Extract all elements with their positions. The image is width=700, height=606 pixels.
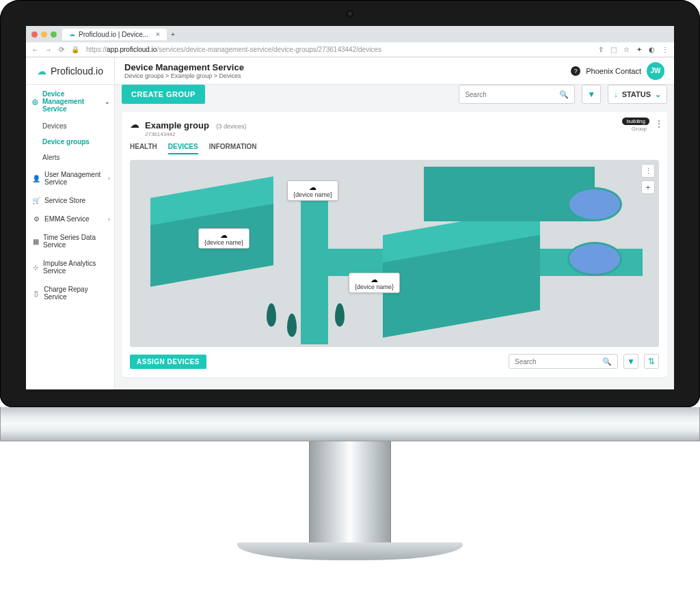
group-device-count: (3 devices) bbox=[216, 123, 246, 130]
sidebar-item-label: Impulse Analytics Service bbox=[43, 260, 108, 275]
share-icon[interactable]: ⇧ bbox=[598, 46, 604, 53]
sidebar-item-charge[interactable]: ▯ Charge Repay Service bbox=[26, 280, 114, 306]
sidebar-item-label: Charge Repay Service bbox=[44, 286, 108, 301]
browser-tabs: ☁ Proficloud.io | Device... × + bbox=[26, 26, 674, 42]
cloud-icon: ☁ bbox=[130, 119, 139, 130]
sidebar: ◎ Device Management Service ⌄ Devices De… bbox=[26, 57, 115, 389]
group-card: ☁ Example group (3 devices) 2736143442 b… bbox=[122, 112, 667, 377]
sort-down-icon: ↓ bbox=[614, 90, 618, 98]
window-controls[interactable] bbox=[31, 31, 57, 38]
map-controls: ⋮ + bbox=[641, 164, 655, 194]
device-tag[interactable]: ☁ {device name} bbox=[198, 228, 250, 249]
sidebar-item-user-mgmt[interactable]: 👤 User Management Service › bbox=[26, 165, 114, 191]
new-tab-button[interactable]: + bbox=[171, 31, 175, 38]
create-group-button[interactable]: CREATE GROUP bbox=[122, 85, 205, 104]
sidebar-item-emma[interactable]: ⚙ EMMA Service › bbox=[26, 210, 114, 228]
sidebar-item-label: EMMA Service bbox=[44, 215, 90, 223]
map-menu-button[interactable]: ⋮ bbox=[641, 164, 655, 178]
chevron-down-icon: ⌄ bbox=[105, 98, 110, 105]
cloud-icon: ☁ bbox=[355, 276, 394, 284]
status-sort-button[interactable]: ↓ STATUS ⌄ bbox=[608, 85, 667, 104]
cloud-icon: ☁ bbox=[293, 184, 332, 191]
filter-button[interactable]: ▼ bbox=[582, 85, 601, 104]
install-icon[interactable]: ⬚ bbox=[610, 46, 617, 53]
search-icon[interactable]: 🔍 bbox=[602, 357, 612, 366]
group-type-label: Group bbox=[632, 126, 647, 132]
cloud-icon: ☁ bbox=[69, 31, 75, 38]
device-tag[interactable]: ☁ {device name} bbox=[349, 273, 400, 293]
device-label: {device name} bbox=[355, 284, 394, 290]
device-tag[interactable]: ☁ {device name} bbox=[287, 180, 338, 201]
group-name: Example group bbox=[145, 120, 209, 130]
tab-devices[interactable]: DEVICES bbox=[168, 143, 198, 154]
sidebar-item-impulse[interactable]: ⊹ Impulse Analytics Service bbox=[26, 254, 114, 280]
sidebar-item-label: Device Management Service bbox=[42, 90, 108, 113]
emma-icon: ⚙ bbox=[32, 215, 40, 223]
devices-map[interactable]: ⋮ + ☁ {device name} ☁ {device name} bbox=[130, 160, 659, 347]
filter-button[interactable]: ▼ bbox=[623, 354, 638, 369]
sidebar-sub-device-groups[interactable]: Device groups bbox=[26, 134, 114, 150]
extensions-icon[interactable]: ✦ bbox=[636, 46, 642, 53]
monitor-stand bbox=[309, 441, 391, 544]
url-path: /services/device-management-service/devi… bbox=[157, 46, 381, 53]
user-mgmt-icon: 👤 bbox=[32, 175, 40, 182]
group-tabs: HEALTH DEVICES INFORMATION bbox=[130, 143, 659, 154]
back-icon[interactable]: ← bbox=[31, 46, 38, 53]
sort-button[interactable]: ⇅ bbox=[644, 354, 659, 369]
assign-devices-button[interactable]: ASSIGN DEVICES bbox=[130, 355, 206, 369]
browser-toolbar: ← → ⟳ 🔒 https://app.proficloud.io/servic… bbox=[26, 42, 674, 57]
device-label: {device name} bbox=[293, 191, 332, 198]
tab-information[interactable]: INFORMATION bbox=[209, 143, 257, 154]
browser-tab[interactable]: ☁ Proficloud.io | Device... × bbox=[62, 29, 167, 40]
reload-icon[interactable]: ⟳ bbox=[59, 46, 64, 53]
lock-icon: 🔒 bbox=[71, 46, 79, 53]
devices-search-input[interactable] bbox=[515, 358, 602, 366]
card-bottom-toolbar: ASSIGN DEVICES 🔍 ▼ ⇅ bbox=[130, 354, 659, 369]
group-tag-badge: building bbox=[622, 118, 649, 125]
sidebar-sub-devices[interactable]: Devices bbox=[26, 118, 114, 134]
sidebar-item-timeseries[interactable]: ▦ Time Series Data Service bbox=[26, 228, 114, 254]
sidebar-item-device-mgmt[interactable]: ◎ Device Management Service ⌄ bbox=[26, 85, 114, 118]
sort-icon: ⇅ bbox=[648, 357, 655, 366]
sidebar-item-label: Service Store bbox=[44, 197, 85, 204]
device-label: {device name} bbox=[204, 239, 243, 246]
content-toolbar: CREATE GROUP 🔍 ▼ ↓ STATUS ⌄ bbox=[122, 85, 667, 104]
card-menu-button[interactable]: ⋮ bbox=[655, 119, 663, 128]
chevron-right-icon: › bbox=[108, 175, 110, 182]
address-bar[interactable]: https://app.proficloud.io/services/devic… bbox=[86, 46, 591, 53]
sidebar-item-store[interactable]: 🛒 Service Store bbox=[26, 191, 114, 210]
status-label: STATUS bbox=[622, 90, 651, 98]
monitor-chin bbox=[0, 407, 700, 441]
sidebar-sub-alerts[interactable]: Alerts bbox=[26, 150, 114, 165]
device-mgmt-icon: ◎ bbox=[32, 98, 38, 105]
content-area: CREATE GROUP 🔍 ▼ ↓ STATUS ⌄ bbox=[115, 57, 674, 389]
map-zoom-in-button[interactable]: + bbox=[641, 180, 655, 194]
brand-logo[interactable]: ☁ Proficloud.io bbox=[26, 57, 115, 85]
tab-title: Proficloud.io | Device... bbox=[79, 31, 148, 38]
devices-search-wrapper[interactable]: 🔍 bbox=[509, 354, 618, 369]
camera-dot bbox=[346, 10, 354, 18]
chevron-down-icon: ⌄ bbox=[655, 90, 661, 99]
sidebar-item-label: Time Series Data Service bbox=[43, 234, 108, 249]
monitor-base bbox=[237, 542, 463, 560]
sidebar-item-label: User Management Service bbox=[44, 171, 108, 186]
timeseries-icon: ▦ bbox=[32, 238, 39, 245]
filter-icon: ▼ bbox=[627, 357, 635, 366]
brand-text: Proficloud.io bbox=[51, 66, 103, 77]
isometric-illustration bbox=[130, 160, 659, 347]
url-scheme: https:// bbox=[86, 46, 107, 53]
charge-icon: ▯ bbox=[32, 290, 40, 297]
url-host: app.proficloud.io bbox=[107, 46, 157, 53]
menu-icon[interactable]: ⋮ bbox=[662, 46, 669, 53]
star-icon[interactable]: ☆ bbox=[623, 46, 630, 53]
search-icon[interactable]: 🔍 bbox=[559, 90, 569, 99]
chevron-right-icon: › bbox=[108, 216, 110, 223]
store-icon: 🛒 bbox=[32, 197, 40, 204]
profile-icon[interactable]: ◐ bbox=[649, 46, 655, 53]
search-input-wrapper[interactable]: 🔍 bbox=[459, 85, 575, 104]
cloud-icon: ☁ bbox=[204, 232, 243, 239]
tab-health[interactable]: HEALTH bbox=[130, 143, 157, 154]
forward-icon[interactable]: → bbox=[45, 46, 52, 53]
search-input[interactable] bbox=[465, 91, 559, 98]
close-tab-icon[interactable]: × bbox=[156, 31, 160, 38]
